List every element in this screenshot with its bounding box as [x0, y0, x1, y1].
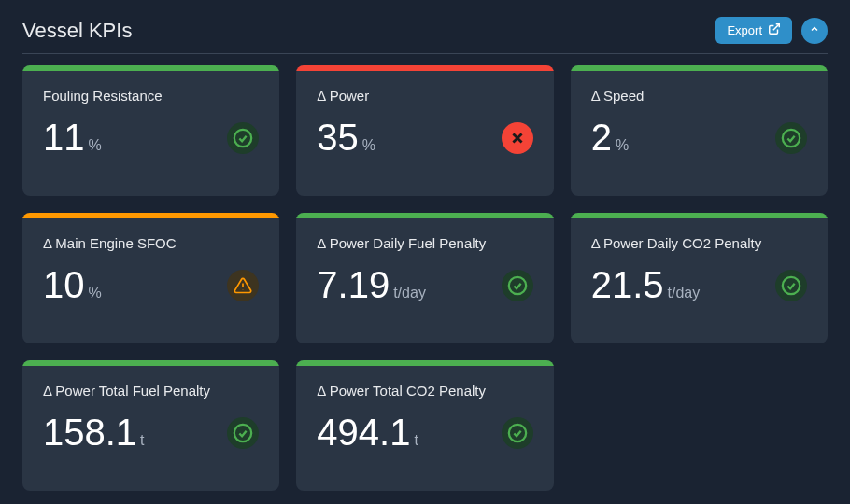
- svg-point-9: [234, 424, 251, 441]
- page-title: Vessel KPIs: [22, 19, 132, 43]
- card-label: Δ Main Engine SFOC: [43, 235, 259, 251]
- kpi-card-delta-main-engine-sfoc[interactable]: Δ Main Engine SFOC 10%: [22, 213, 279, 343]
- card-value: 10%: [43, 264, 102, 306]
- card-label: Δ Power Daily CO2 Penalty: [591, 235, 807, 251]
- check-circle-icon: [775, 122, 807, 154]
- chevron-up-icon: [809, 23, 820, 37]
- card-label: Δ Power: [317, 88, 532, 104]
- header-actions: Export: [715, 17, 828, 44]
- svg-point-1: [234, 129, 251, 146]
- kpi-grid: Fouling Resistance 11% Δ Power 35%: [22, 65, 828, 491]
- svg-line-0: [773, 24, 779, 30]
- card-label: Fouling Resistance: [43, 88, 259, 104]
- check-circle-icon: [502, 270, 533, 301]
- svg-point-4: [783, 129, 800, 146]
- x-circle-icon: [502, 122, 533, 154]
- card-value: 2%: [591, 117, 629, 159]
- check-circle-icon: [775, 270, 807, 301]
- check-circle-icon: [502, 417, 533, 449]
- kpi-card-delta-speed[interactable]: Δ Speed 2%: [571, 65, 828, 196]
- header: Vessel KPIs Export: [22, 9, 828, 54]
- kpi-card-delta-power-daily-co2-penalty[interactable]: Δ Power Daily CO2 Penalty 21.5t/day: [571, 213, 828, 343]
- export-button-label: Export: [727, 23, 762, 37]
- kpi-card-delta-power[interactable]: Δ Power 35%: [296, 65, 553, 196]
- kpi-card-delta-power-total-fuel-penalty[interactable]: Δ Power Total Fuel Penalty 158.1t: [22, 360, 279, 491]
- card-value: 158.1t: [43, 412, 145, 454]
- kpi-card-delta-power-daily-fuel-penalty[interactable]: Δ Power Daily Fuel Penalty 7.19t/day: [296, 213, 553, 343]
- card-value: 11%: [43, 117, 102, 159]
- card-label: Δ Power Total CO2 Penalty: [317, 383, 532, 399]
- external-link-icon: [768, 22, 781, 38]
- card-label: Δ Power Total Fuel Penalty: [43, 383, 259, 399]
- svg-point-7: [508, 276, 525, 293]
- check-circle-icon: [227, 417, 259, 449]
- svg-point-8: [783, 276, 800, 293]
- card-label: Δ Speed: [591, 88, 807, 104]
- card-value: 35%: [317, 117, 375, 159]
- collapse-button[interactable]: [801, 18, 828, 44]
- check-circle-icon: [227, 122, 259, 154]
- card-value: 7.19t/day: [317, 264, 426, 306]
- alert-triangle-icon: [227, 270, 259, 301]
- kpi-card-delta-power-total-co2-penalty[interactable]: Δ Power Total CO2 Penalty 494.1t: [296, 360, 553, 491]
- card-value: 494.1t: [317, 412, 418, 454]
- card-label: Δ Power Daily Fuel Penalty: [317, 235, 532, 251]
- svg-point-10: [508, 424, 525, 441]
- export-button[interactable]: Export: [715, 17, 792, 44]
- card-value: 21.5t/day: [591, 264, 701, 306]
- kpi-card-fouling-resistance[interactable]: Fouling Resistance 11%: [22, 65, 279, 196]
